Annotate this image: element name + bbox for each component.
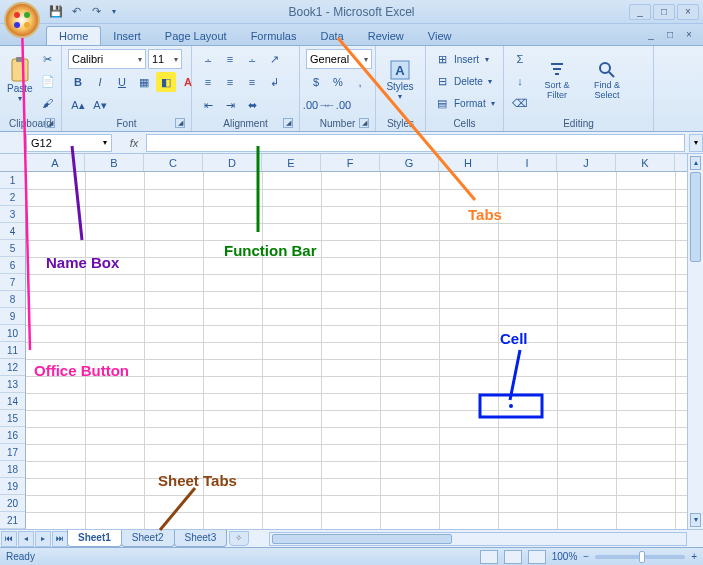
qat-save-button[interactable]: 💾 <box>48 4 64 20</box>
find-select-button[interactable]: Find & Select <box>584 49 630 111</box>
row-header[interactable]: 21 <box>0 512 25 529</box>
qat-undo-button[interactable]: ↶ <box>68 4 84 20</box>
tab-view[interactable]: View <box>416 27 464 45</box>
clear-button[interactable]: ⌫ <box>510 93 530 113</box>
row-header[interactable]: 13 <box>0 376 25 393</box>
qat-redo-button[interactable]: ↷ <box>88 4 104 20</box>
horizontal-scrollbar[interactable] <box>269 532 687 546</box>
column-header[interactable]: A <box>26 154 85 171</box>
row-header[interactable]: 5 <box>0 240 25 257</box>
row-header[interactable]: 18 <box>0 461 25 478</box>
decrease-indent-button[interactable]: ⇤ <box>198 95 218 115</box>
mdi-restore-button[interactable]: □ <box>662 27 678 41</box>
dialog-launcher-icon[interactable]: ◢ <box>359 118 369 128</box>
cells-insert-button[interactable]: ⊞Insert▾ <box>432 49 492 69</box>
vertical-scrollbar[interactable]: ▴ ▾ <box>687 154 703 529</box>
styles-button[interactable]: A Styles ▾ <box>382 49 418 111</box>
font-name-combo[interactable]: Calibri▾ <box>68 49 146 69</box>
cells-delete-button[interactable]: ⊟Delete▾ <box>432 71 496 91</box>
row-header[interactable]: 7 <box>0 274 25 291</box>
shrink-font-button[interactable]: A▾ <box>90 95 110 115</box>
tab-review[interactable]: Review <box>356 27 416 45</box>
dialog-launcher-icon[interactable]: ◢ <box>283 118 293 128</box>
tab-formulas[interactable]: Formulas <box>239 27 309 45</box>
sheet-nav-last-button[interactable]: ⏭ <box>52 531 68 547</box>
minimize-button[interactable]: _ <box>629 4 651 20</box>
sheet-tab-2[interactable]: Sheet2 <box>121 530 175 547</box>
sheet-tab-1[interactable]: Sheet1 <box>67 530 122 547</box>
row-header[interactable]: 1 <box>0 172 25 189</box>
mdi-close-button[interactable]: × <box>681 27 697 41</box>
scroll-thumb[interactable] <box>690 172 701 262</box>
sheet-nav-next-button[interactable]: ▸ <box>35 531 51 547</box>
column-header[interactable]: K <box>616 154 675 171</box>
decrease-decimal-button[interactable]: ←.00 <box>328 95 348 115</box>
zoom-in-button[interactable]: + <box>691 551 697 562</box>
dialog-launcher-icon[interactable]: ◢ <box>45 118 55 128</box>
cells-format-button[interactable]: ▤Format▾ <box>432 93 499 113</box>
column-header[interactable]: I <box>498 154 557 171</box>
row-header[interactable]: 11 <box>0 342 25 359</box>
increase-indent-button[interactable]: ⇥ <box>220 95 240 115</box>
column-header[interactable]: F <box>321 154 380 171</box>
merge-button[interactable]: ⬌ <box>242 95 262 115</box>
bold-button[interactable]: B <box>68 72 88 92</box>
scroll-down-arrow-icon[interactable]: ▾ <box>690 513 701 527</box>
column-header[interactable]: D <box>203 154 262 171</box>
zoom-level[interactable]: 100% <box>552 551 578 562</box>
row-header[interactable]: 9 <box>0 308 25 325</box>
format-painter-button[interactable]: 🖌 <box>38 93 58 113</box>
sort-filter-button[interactable]: Sort & Filter <box>534 49 580 111</box>
row-header[interactable]: 3 <box>0 206 25 223</box>
copy-button[interactable]: 📄 <box>38 71 58 91</box>
view-page-break-button[interactable] <box>528 550 546 564</box>
column-header[interactable]: B <box>85 154 144 171</box>
fill-button[interactable]: ↓ <box>510 71 530 91</box>
row-header[interactable]: 10 <box>0 325 25 342</box>
row-header[interactable]: 6 <box>0 257 25 274</box>
align-left-button[interactable]: ≡ <box>198 72 218 92</box>
row-header[interactable]: 16 <box>0 427 25 444</box>
align-bottom-button[interactable]: ⫠ <box>242 49 262 69</box>
row-header[interactable]: 14 <box>0 393 25 410</box>
grow-font-button[interactable]: A▴ <box>68 95 88 115</box>
percent-button[interactable]: % <box>328 72 348 92</box>
fill-color-button[interactable]: ◧ <box>156 72 176 92</box>
number-format-combo[interactable]: General▾ <box>306 49 372 69</box>
formula-input[interactable] <box>146 134 685 152</box>
view-page-layout-button[interactable] <box>504 550 522 564</box>
align-middle-button[interactable]: ≡ <box>220 49 240 69</box>
mdi-minimize-button[interactable]: _ <box>643 27 659 41</box>
sheet-nav-first-button[interactable]: ⏮ <box>1 531 17 547</box>
column-header[interactable]: C <box>144 154 203 171</box>
row-header[interactable]: 4 <box>0 223 25 240</box>
zoom-knob[interactable] <box>639 551 645 563</box>
qat-customize-icon[interactable]: ▾ <box>108 4 119 20</box>
tab-data[interactable]: Data <box>308 27 355 45</box>
wrap-text-button[interactable]: ↲ <box>264 72 284 92</box>
tab-insert[interactable]: Insert <box>101 27 153 45</box>
column-header[interactable]: E <box>262 154 321 171</box>
dialog-launcher-icon[interactable]: ◢ <box>175 118 185 128</box>
align-top-button[interactable]: ⫠ <box>198 49 218 69</box>
row-header[interactable]: 19 <box>0 478 25 495</box>
paste-button[interactable]: Paste ▾ <box>6 49 34 111</box>
cells-area[interactable] <box>26 172 687 529</box>
orientation-button[interactable]: ↗ <box>264 49 284 69</box>
underline-button[interactable]: U <box>112 72 132 92</box>
row-header[interactable]: 12 <box>0 359 25 376</box>
row-header[interactable]: 15 <box>0 410 25 427</box>
column-header[interactable]: H <box>439 154 498 171</box>
cut-button[interactable]: ✂ <box>38 49 58 69</box>
comma-button[interactable]: , <box>350 72 370 92</box>
scroll-thumb[interactable] <box>272 534 452 544</box>
tab-page-layout[interactable]: Page Layout <box>153 27 239 45</box>
align-right-button[interactable]: ≡ <box>242 72 262 92</box>
select-all-corner[interactable] <box>0 154 26 172</box>
font-size-combo[interactable]: 11▾ <box>148 49 182 69</box>
currency-button[interactable]: $ <box>306 72 326 92</box>
view-normal-button[interactable] <box>480 550 498 564</box>
italic-button[interactable]: I <box>90 72 110 92</box>
row-header[interactable]: 17 <box>0 444 25 461</box>
fx-button[interactable]: fx <box>122 137 146 149</box>
